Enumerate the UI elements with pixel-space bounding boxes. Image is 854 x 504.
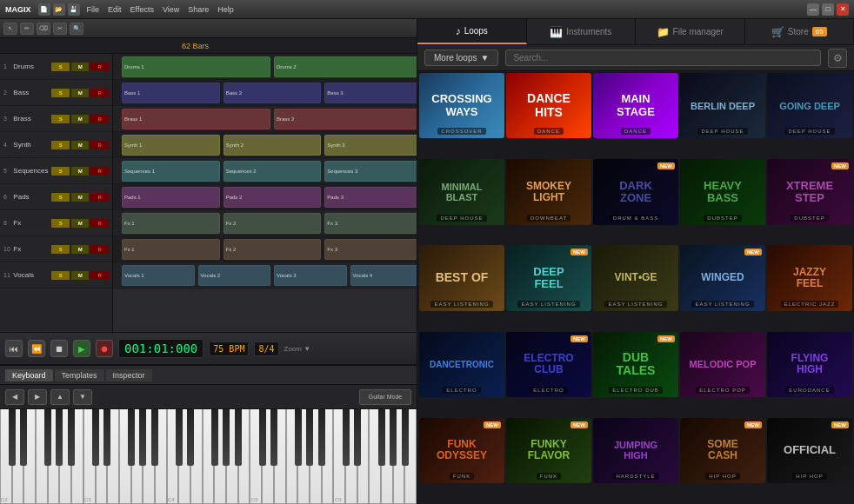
- rec-button[interactable]: R: [90, 271, 109, 280]
- track-clip[interactable]: Pads 3: [324, 187, 417, 208]
- save-icon[interactable]: 💾: [68, 3, 80, 16]
- black-key[interactable]: [295, 409, 302, 466]
- mute-button[interactable]: M: [71, 115, 90, 123]
- piano-keyboard[interactable]: C2C3C4C5C6: [0, 409, 417, 504]
- loop-card[interactable]: VINT•GEEASY LISTENING: [593, 245, 678, 310]
- menu-help[interactable]: Help: [214, 5, 237, 14]
- solo-button[interactable]: S: [51, 219, 70, 228]
- loop-card[interactable]: JUMPING HIGHHARDSTYLE: [593, 418, 678, 483]
- loop-card[interactable]: DUB TALESELECTRO DUBNEW: [593, 332, 678, 397]
- black-key[interactable]: [9, 409, 16, 466]
- menu-effects[interactable]: Effects: [127, 5, 157, 14]
- cut-tool[interactable]: ✂: [53, 23, 67, 35]
- black-key[interactable]: [139, 409, 146, 466]
- black-key[interactable]: [223, 409, 230, 466]
- black-key[interactable]: [128, 409, 135, 466]
- tab-store[interactable]: 🛒 Store 65: [745, 19, 855, 44]
- loop-card[interactable]: DANCE HITSDANCE: [506, 73, 591, 138]
- loop-card[interactable]: xtreme stepDUBSTEPNEW: [767, 159, 852, 224]
- black-key[interactable]: [259, 409, 266, 466]
- loop-card[interactable]: heavy bassDUBSTEP: [680, 159, 765, 224]
- search-input[interactable]: [505, 50, 821, 66]
- stop-button[interactable]: ⏹: [50, 340, 68, 357]
- track-clip[interactable]: Drums 1: [122, 56, 270, 77]
- track-clip[interactable]: Synth 1: [122, 135, 220, 156]
- track-clip[interactable]: Sequences 2: [224, 161, 322, 182]
- black-key[interactable]: [92, 409, 99, 466]
- track-clip[interactable]: Sequences 3: [324, 161, 417, 182]
- track-clip[interactable]: Fx 2: [224, 213, 322, 234]
- mute-button[interactable]: M: [71, 89, 90, 97]
- select-tool[interactable]: ↖: [3, 23, 17, 35]
- menu-file[interactable]: File: [83, 5, 103, 14]
- track-clip[interactable]: Fx 2: [224, 239, 322, 260]
- loop-card[interactable]: FUNK ODYSSEYFUNKNEW: [419, 418, 504, 483]
- black-key[interactable]: [151, 409, 158, 466]
- track-row[interactable]: Vocals 1Vocals 2Vocals 3Vocals 4: [113, 262, 417, 288]
- mute-button[interactable]: M: [71, 63, 90, 71]
- rec-button[interactable]: R: [90, 115, 109, 123]
- loop-card[interactable]: CROSSING WAYSCROSSOVER: [419, 73, 504, 138]
- track-clip[interactable]: Vocals 3: [274, 265, 347, 286]
- track-clip[interactable]: Vocals 2: [198, 265, 271, 286]
- track-clip[interactable]: Vocals 4: [350, 265, 417, 286]
- loop-card[interactable]: SMOKEY LIGHTDOWNBEAT: [506, 159, 591, 224]
- track-clip[interactable]: Brass 2: [274, 109, 417, 129]
- loop-card[interactable]: Melodic POPELECTRO POP: [680, 332, 765, 397]
- track-clip[interactable]: Fx 3: [324, 239, 417, 260]
- loop-card[interactable]: ELECTRO CLUBELECTRONEW: [506, 332, 591, 397]
- loop-card[interactable]: FLYING HIGHEURODANCE: [767, 332, 852, 397]
- black-key[interactable]: [68, 409, 75, 466]
- solo-button[interactable]: S: [51, 245, 70, 254]
- black-key[interactable]: [187, 409, 194, 466]
- rec-button[interactable]: R: [90, 245, 109, 254]
- black-key[interactable]: [211, 409, 218, 466]
- mute-button[interactable]: M: [71, 141, 90, 149]
- loop-card[interactable]: JAZZY FeelELECTRIC JAZZ: [767, 245, 852, 310]
- black-key[interactable]: [20, 409, 27, 466]
- rec-button[interactable]: R: [90, 89, 109, 97]
- minimize-button[interactable]: —: [807, 3, 819, 16]
- solo-button[interactable]: S: [51, 63, 70, 71]
- rec-button[interactable]: R: [90, 219, 109, 228]
- kbd-right-btn[interactable]: ▶: [28, 389, 47, 405]
- tab-instruments[interactable]: 🎹 Instruments: [527, 19, 637, 44]
- kbd-up-btn[interactable]: ▲: [50, 389, 70, 405]
- kbd-down-btn[interactable]: ▼: [73, 389, 92, 405]
- rec-button[interactable]: R: [90, 193, 109, 202]
- loop-card[interactable]: DANCETRONICELECTRO: [419, 332, 504, 397]
- close-button[interactable]: ✕: [837, 3, 849, 16]
- black-key[interactable]: [176, 409, 183, 466]
- mute-button[interactable]: M: [71, 271, 90, 280]
- track-clip[interactable]: Fx 1: [122, 213, 220, 234]
- erase-tool[interactable]: ⌫: [37, 23, 50, 35]
- guitar-mode-btn[interactable]: Guitar Mode: [359, 389, 411, 405]
- loop-card[interactable]: DEEP FEELEASY LISTENINGNEW: [506, 245, 591, 310]
- tab-inspector[interactable]: Inspector: [106, 369, 152, 381]
- mute-button[interactable]: M: [71, 167, 90, 176]
- black-key[interactable]: [270, 409, 277, 466]
- track-row[interactable]: Pads 1Pads 2Pads 3: [113, 184, 417, 210]
- new-icon[interactable]: 📄: [38, 3, 50, 16]
- solo-button[interactable]: S: [51, 271, 70, 280]
- mute-button[interactable]: M: [71, 219, 90, 228]
- track-row[interactable]: Brass 1Brass 2: [113, 106, 417, 132]
- maximize-button[interactable]: □: [822, 3, 834, 16]
- track-row[interactable]: Bass 1Bass 2Bass 3: [113, 80, 417, 106]
- track-clip[interactable]: Fx 3: [324, 213, 417, 234]
- track-row[interactable]: Fx 1Fx 2Fx 3: [113, 236, 417, 262]
- loop-card[interactable]: SOME CASHHIP HOPNEW: [680, 418, 765, 483]
- tab-keyboard[interactable]: Keyboard: [5, 369, 53, 381]
- rewind-button[interactable]: ⏮: [5, 340, 23, 357]
- track-clip[interactable]: Sequences 1: [122, 161, 220, 182]
- play-button[interactable]: ▶: [73, 340, 90, 357]
- track-clip[interactable]: Vocals 1: [122, 265, 195, 286]
- black-key[interactable]: [235, 409, 242, 466]
- track-row[interactable]: Drums 1Drums 2: [113, 54, 417, 80]
- solo-button[interactable]: S: [51, 115, 70, 123]
- draw-tool[interactable]: ✏: [20, 23, 34, 35]
- track-row[interactable]: Sequences 1Sequences 2Sequences 3: [113, 158, 417, 184]
- menu-edit[interactable]: Edit: [104, 5, 125, 14]
- menu-view[interactable]: View: [159, 5, 183, 14]
- loop-card[interactable]: FUNKY FLAVORFUNKNEW: [506, 418, 591, 483]
